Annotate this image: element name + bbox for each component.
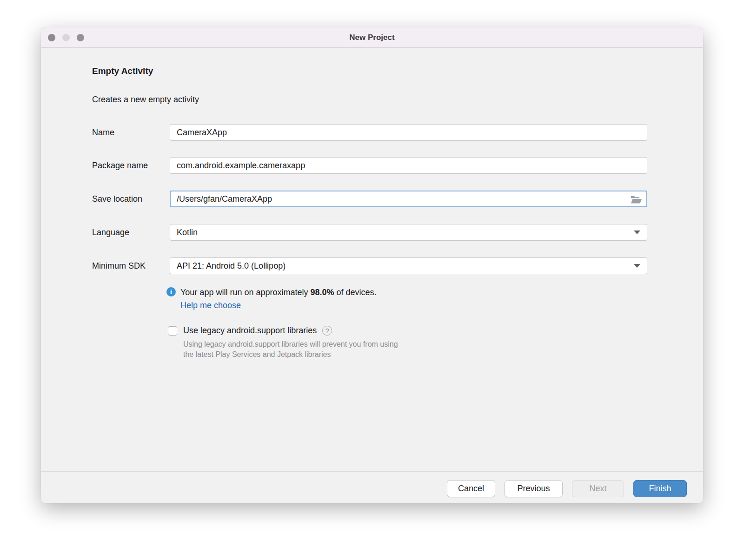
page-title: Empty Activity (92, 66, 153, 76)
browse-folder-button[interactable] (630, 194, 642, 204)
sdk-info-prefix: Your app will run on approximately (180, 288, 311, 297)
zoom-window-icon[interactable] (77, 34, 84, 41)
name-row: Name (92, 124, 647, 141)
name-input[interactable] (170, 125, 647, 140)
legacy-libraries-checkbox[interactable] (168, 326, 177, 336)
traffic-lights (48, 27, 84, 47)
legacy-help-text: Using legacy android.support libraries w… (183, 339, 398, 360)
save-location-row: Save location (92, 191, 647, 207)
sdk-info-block: i Your app will run on approximately 98.… (166, 286, 377, 312)
save-location-field-box (170, 191, 647, 207)
package-name-label: Package name (92, 161, 170, 171)
language-row: Language Kotlin (92, 224, 647, 241)
name-field-box (170, 124, 647, 141)
sdk-info-percent: 98.0% (311, 288, 334, 297)
legacy-help-line1: Using legacy android.support libraries w… (183, 339, 398, 349)
finish-button[interactable]: Finish (633, 480, 687, 497)
save-location-input[interactable] (171, 191, 626, 206)
page-subtitle: Creates a new empty activity (92, 95, 199, 105)
footer-button-bar: Cancel Previous Next Finish (447, 480, 687, 497)
package-field-box (170, 157, 647, 174)
minimize-window-icon[interactable] (62, 34, 70, 41)
close-window-icon[interactable] (48, 34, 55, 41)
language-dropdown[interactable]: Kotlin (170, 224, 647, 241)
open-folder-icon (631, 195, 642, 204)
min-sdk-row: Minimum SDK API 21: Android 5.0 (Lollipo… (92, 257, 647, 274)
sdk-info-text: Your app will run on approximately 98.0%… (180, 286, 377, 299)
sdk-info-suffix: of devices. (334, 288, 377, 297)
next-button[interactable]: Next (572, 480, 624, 497)
min-sdk-label: Minimum SDK (92, 261, 170, 271)
legacy-libraries-label: Use legacy android.support libraries (183, 326, 317, 336)
save-location-label: Save location (92, 194, 170, 204)
footer-divider (41, 471, 703, 472)
package-row: Package name (92, 157, 647, 174)
min-sdk-selected-value: API 21: Android 5.0 (Lollipop) (170, 261, 292, 271)
window-titlebar: New Project (41, 27, 703, 48)
language-label: Language (92, 228, 170, 237)
window-title: New Project (349, 33, 394, 42)
chevron-down-icon (634, 231, 640, 234)
legacy-libraries-row: Use legacy android.support libraries ? (168, 326, 332, 336)
help-question-icon[interactable]: ? (322, 326, 332, 336)
cancel-button[interactable]: Cancel (447, 480, 495, 497)
language-selected-value: Kotlin (170, 228, 204, 237)
previous-button[interactable]: Previous (505, 480, 563, 497)
legacy-help-line2: the latest Play Services and Jetpack lib… (183, 349, 398, 360)
info-icon: i (166, 287, 176, 296)
package-name-input[interactable] (170, 158, 647, 173)
min-sdk-dropdown[interactable]: API 21: Android 5.0 (Lollipop) (170, 257, 647, 274)
new-project-dialog: New Project Empty Activity Creates a new… (41, 27, 703, 503)
chevron-down-icon (634, 264, 640, 268)
name-label: Name (92, 128, 170, 138)
help-me-choose-link[interactable]: Help me choose (180, 299, 377, 312)
